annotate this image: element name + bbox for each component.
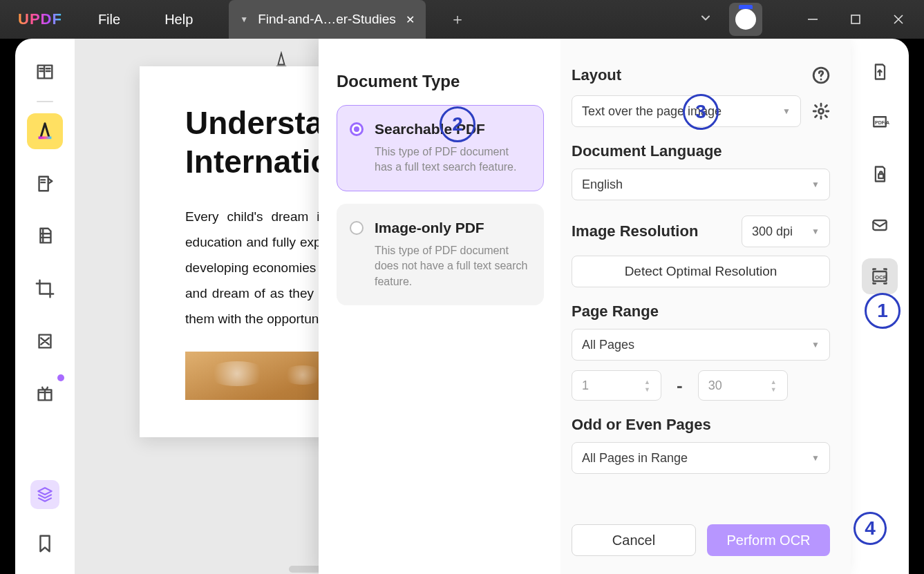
language-label: Document Language <box>572 142 830 160</box>
bookmark-button[interactable] <box>27 526 63 562</box>
language-select[interactable]: English▼ <box>572 169 830 200</box>
layout-value: Text over the page image <box>582 104 722 119</box>
option-image-only-pdf[interactable]: Image-only PDF This type of PDF document… <box>337 204 544 305</box>
reader-tool[interactable] <box>27 54 63 90</box>
help-icon[interactable] <box>812 66 830 84</box>
crop-tool[interactable] <box>27 271 63 307</box>
language-value: English <box>582 178 623 192</box>
pdfa-tool[interactable]: PDF/A <box>862 105 898 141</box>
tab-title: Find-and-A…er-Studies <box>258 12 396 27</box>
mail-tool[interactable] <box>862 207 898 243</box>
parity-label: Odd or Even Pages <box>572 416 830 434</box>
layout-label: Layout <box>572 66 621 84</box>
account-avatar[interactable] <box>729 3 762 36</box>
option-searchable-desc: This type of PDF document has a full tex… <box>375 144 529 175</box>
page-from-input[interactable]: 1 ▲▼ <box>572 370 661 401</box>
resolution-value: 300 dpi <box>752 224 793 239</box>
window-close-icon[interactable] <box>878 6 918 33</box>
window-dropdown-icon[interactable] <box>699 11 713 28</box>
parity-select[interactable]: All Pages in Range▼ <box>572 442 830 474</box>
right-toolbar: PDF/A OCR <box>851 39 909 574</box>
svg-text:PDF/A: PDF/A <box>875 120 889 125</box>
layout-select[interactable]: Text over the page image▼ <box>572 95 801 127</box>
perform-ocr-button[interactable]: Perform OCR <box>707 524 830 556</box>
detect-resolution-button[interactable]: Detect Optimal Resolution <box>572 256 830 287</box>
redact-tool[interactable] <box>27 323 63 359</box>
svg-point-5 <box>819 109 824 114</box>
tab-close-icon[interactable]: ✕ <box>406 13 415 26</box>
option-searchable-pdf[interactable]: Searchable PDF This type of PDF document… <box>337 105 544 191</box>
option-imageonly-desc: This type of PDF document does not have … <box>375 243 529 289</box>
page-range-value: All Pages <box>582 338 634 352</box>
range-dash: - <box>677 375 683 396</box>
svg-text:OCR: OCR <box>875 274 887 280</box>
ocr-tool[interactable]: OCR <box>862 258 898 294</box>
window-minimize-icon[interactable] <box>793 6 833 33</box>
export-tool[interactable] <box>862 54 898 90</box>
menu-help[interactable]: Help <box>142 12 215 28</box>
layers-button[interactable] <box>30 480 59 509</box>
gift-badge <box>57 374 64 381</box>
organize-tool[interactable] <box>27 218 63 254</box>
protect-tool[interactable] <box>862 156 898 192</box>
workspace: Understanding the Needs of International… <box>15 39 909 574</box>
svg-rect-2 <box>39 137 52 140</box>
tab-dropdown-icon[interactable]: ▼ <box>240 15 248 24</box>
page-from-value: 1 <box>582 379 589 393</box>
svg-rect-8 <box>873 220 886 230</box>
menu-file[interactable]: File <box>76 12 142 28</box>
window-maximize-icon[interactable] <box>836 6 876 33</box>
document-tab[interactable]: ▼ Find-and-A…er-Studies ✕ <box>229 0 425 39</box>
radio-icon <box>350 122 364 136</box>
doc-type-pane: Document Type Searchable PDF This type o… <box>319 39 560 574</box>
svg-rect-1 <box>851 15 860 23</box>
gear-icon[interactable] <box>812 102 830 120</box>
title-bar: UPDF File Help ▼ Find-and-A…er-Studies ✕… <box>0 0 924 39</box>
left-toolbar <box>15 39 75 574</box>
page-to-value: 30 <box>708 379 722 393</box>
resolution-label: Image Resolution <box>572 222 698 240</box>
doc-type-title: Document Type <box>337 72 544 91</box>
gift-tool[interactable] <box>27 376 63 412</box>
page-range-select[interactable]: All Pages▼ <box>572 329 830 361</box>
option-searchable-title: Searchable PDF <box>375 121 529 137</box>
comment-tool[interactable] <box>27 113 63 149</box>
parity-value: All Pages in Range <box>582 451 688 466</box>
ocr-panel: Document Type Searchable PDF This type o… <box>319 39 851 574</box>
option-imageonly-title: Image-only PDF <box>375 220 529 236</box>
cancel-button[interactable]: Cancel <box>572 524 696 556</box>
page-to-input[interactable]: 30 ▲▼ <box>698 370 788 401</box>
ocr-settings-pane: Layout Text over the page image▼ Documen… <box>560 39 851 574</box>
new-tab-button[interactable]: ＋ <box>441 3 474 36</box>
edit-tool[interactable] <box>27 166 63 202</box>
app-logo: UPDF <box>18 10 62 28</box>
radio-icon <box>350 221 364 235</box>
svg-rect-7 <box>878 174 883 178</box>
resolution-select[interactable]: 300 dpi▼ <box>742 216 830 247</box>
page-range-label: Page Range <box>572 303 830 321</box>
